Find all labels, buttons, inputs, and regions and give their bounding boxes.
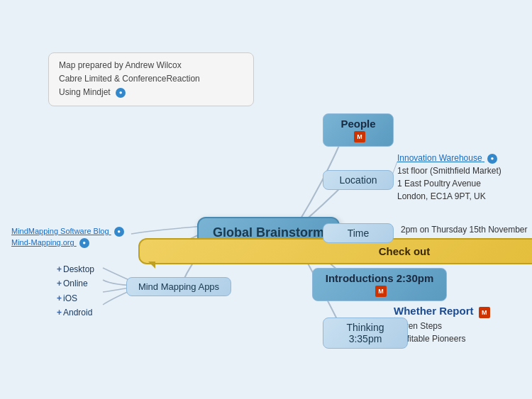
checkout-label: Check out bbox=[379, 245, 431, 257]
location-label: Location bbox=[340, 174, 377, 186]
location-detail2: 1 East Poultry Avenue bbox=[397, 177, 501, 190]
whether-report-area: Whether Report M Seven Steps Profitable … bbox=[394, 303, 490, 345]
blog-url-link[interactable]: Mind-Mapping.org ● bbox=[11, 238, 124, 248]
time-label: Time bbox=[348, 227, 370, 239]
blog-url-label: Mind-Mapping.org bbox=[11, 238, 74, 247]
tree-items: +Desktop +Online +iOS +Android bbox=[57, 262, 94, 320]
whether-label: Whether Report bbox=[394, 305, 474, 317]
innovation-warehouse-label: Innovation Warehouse bbox=[397, 153, 482, 163]
tree-item-online: +Online bbox=[57, 276, 94, 291]
location-globe-icon: ● bbox=[487, 154, 497, 164]
people-mindjet-icon: M bbox=[354, 131, 365, 142]
whether-detail2: Profitable Pioneers bbox=[394, 332, 490, 345]
blog-link[interactable]: MindMapping Software Blog ● bbox=[11, 227, 124, 237]
thinking-label: Thinking 3:35pm bbox=[347, 322, 384, 344]
blog-area: MindMapping Software Blog ● Mind-Mapping… bbox=[11, 227, 124, 248]
tree-item-android: +Android bbox=[57, 305, 94, 320]
mind-mapping-apps-node[interactable]: Mind Mapping Apps bbox=[126, 277, 231, 296]
time-detail1: 2pm on Thursday 15th November bbox=[401, 223, 528, 236]
location-detail1: 1st floor (Smithfield Market) bbox=[397, 164, 501, 177]
tree-item-ios: +iOS bbox=[57, 291, 94, 305]
header-line3: Using Mindjet bbox=[59, 87, 111, 97]
location-info: Innovation Warehouse ● 1st floor (Smithf… bbox=[397, 152, 501, 203]
mindjet-globe-icon: ● bbox=[116, 88, 126, 98]
introductions-mindjet-icon: M bbox=[375, 286, 387, 297]
header-line1: Map prepared by Andrew Wilcox bbox=[59, 60, 182, 70]
people-label: People bbox=[340, 118, 375, 130]
header-box: Map prepared by Andrew Wilcox Cabre Limi… bbox=[48, 52, 254, 106]
header-line2: Cabre Limited & ConferenceReaction bbox=[59, 74, 200, 84]
mind-mapping-apps-label: Mind Mapping Apps bbox=[138, 281, 219, 292]
time-node[interactable]: Time bbox=[323, 223, 394, 243]
introductions-node[interactable]: Introductions 2:30pm M bbox=[312, 268, 447, 301]
blog-label: MindMapping Software Blog bbox=[11, 227, 109, 235]
whether-mindjet-icon: M bbox=[479, 307, 490, 318]
innovation-warehouse-link[interactable]: Innovation Warehouse bbox=[397, 153, 484, 163]
location-detail3: London, EC1A 9PT, UK bbox=[397, 190, 501, 203]
central-label: Global Brainstorm bbox=[213, 225, 324, 240]
blog-url-globe-icon: ● bbox=[79, 238, 89, 248]
thinking-node[interactable]: Thinking 3:35pm bbox=[323, 317, 408, 349]
tree-item-desktop: +Desktop bbox=[57, 262, 94, 276]
location-node[interactable]: Location bbox=[323, 170, 394, 190]
blog-globe-icon: ● bbox=[114, 227, 124, 237]
introductions-label: Introductions 2:30pm bbox=[326, 272, 434, 284]
people-node[interactable]: People M bbox=[323, 113, 394, 147]
whether-detail1: Seven Steps bbox=[394, 320, 490, 332]
